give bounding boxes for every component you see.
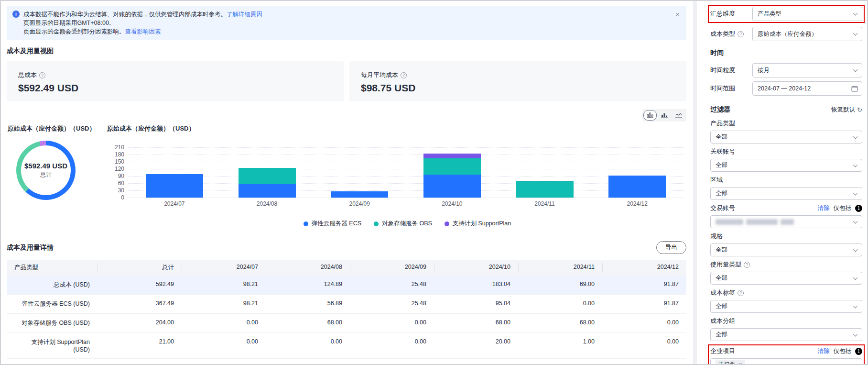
bar-segment[interactable] <box>423 158 481 175</box>
chip-label: 未归集 <box>718 361 736 364</box>
bar-group <box>128 147 221 198</box>
line-chart-icon[interactable] <box>672 110 685 121</box>
bar-stack[interactable] <box>608 176 666 198</box>
bar-segment[interactable] <box>608 176 666 198</box>
info-banner: i 成本数据不能作为和华为云结算、对账的依据，仅供您管理内部成本时参考。了解详细… <box>7 6 686 40</box>
reset-defaults-button[interactable]: 恢复默认 ↻ <box>831 106 862 114</box>
summary-dimension-label: 汇总维度 <box>710 10 752 18</box>
include-only-label[interactable]: 仅包括 <box>834 204 852 212</box>
bar-chart-x-axis: 2024/072024/082024/092024/102024/112024/… <box>128 200 684 207</box>
filter-value: 全部 <box>716 189 727 198</box>
filter-value: 全部 <box>716 133 727 141</box>
help-icon[interactable]: ? <box>744 262 750 268</box>
bar-segment[interactable] <box>239 184 296 198</box>
banner-line-2: 页面显示的日期采用GMT+08:00。 <box>23 19 262 27</box>
table-cell: 0.00 <box>518 295 602 314</box>
reset-icon: ↻ <box>857 106 862 113</box>
table-header-cell: 产品类型 <box>7 260 98 276</box>
close-icon[interactable]: × <box>675 11 680 18</box>
clear-link[interactable]: 清除 <box>818 347 830 355</box>
bar-stack[interactable] <box>146 174 203 198</box>
x-axis-label: 2024/09 <box>313 200 406 207</box>
filter-block-5: 使用量类型?全部 <box>710 260 862 285</box>
filter-label: 交易账号 <box>710 204 735 212</box>
count-badge[interactable]: 1 <box>855 205 862 212</box>
chevron-down-icon <box>853 31 858 36</box>
summary-dimension-select[interactable]: 产品类型 <box>752 7 862 21</box>
filter-select[interactable]: 全部 <box>710 243 862 256</box>
y-axis-tick: 150 <box>115 158 124 165</box>
table-cell: 1.00 <box>518 333 602 359</box>
include-only-label[interactable]: 仅包括 <box>834 347 852 355</box>
redacted-account-value <box>716 219 743 225</box>
donut-chart[interactable]: $592.49 USD 总计 <box>16 141 76 200</box>
view-factors-link[interactable]: 查看影响因素 <box>125 28 161 35</box>
bar-stack[interactable] <box>516 181 574 198</box>
help-icon[interactable]: ? <box>738 290 744 296</box>
table-cell: 95.04 <box>434 295 518 314</box>
filter-select[interactable]: 全部 <box>710 159 862 172</box>
table-cell: 56.89 <box>266 295 350 314</box>
table-header-cell: 2024/10 <box>434 260 518 276</box>
banner-text-1: 成本数据不能作为和华为云结算、对账的依据，仅供您管理内部成本时参考。 <box>23 11 227 18</box>
bar-chart-icon[interactable] <box>658 110 671 121</box>
bar-segment[interactable] <box>516 181 574 198</box>
time-granularity-select[interactable]: 按月 <box>752 63 862 77</box>
table-row-label: 弹性云服务器 ECS (USD) <box>7 295 98 314</box>
legend-label: 对象存储服务 OBS <box>382 220 432 228</box>
clear-link[interactable]: 清除 <box>818 204 830 212</box>
chevron-down-icon <box>853 362 858 364</box>
legend-item[interactable]: 对象存储服务 OBS <box>374 220 432 228</box>
bar-group <box>591 147 684 198</box>
export-button[interactable]: 导出 <box>656 241 686 254</box>
stacked-bar-chart-icon[interactable] <box>643 110 657 121</box>
legend-item[interactable]: 支持计划 SupportPlan <box>445 220 511 228</box>
x-axis-label: 2024/11 <box>499 200 591 207</box>
filter-select[interactable]: 全部 <box>710 328 862 341</box>
help-icon[interactable]: ? <box>401 72 407 78</box>
learn-reason-link[interactable]: 了解详细原因 <box>227 11 262 18</box>
enterprise-project-highlight: 企业项目清除仅包括1未归集✕ <box>708 344 865 364</box>
bar-segment[interactable] <box>423 154 481 158</box>
filter-block-0: 产品类型全部 <box>710 119 862 144</box>
bar-segment[interactable] <box>239 168 296 184</box>
info-icon: i <box>12 11 20 18</box>
banner-line-3: 页面显示的金额会受到部分因素影响。查看影响因素 <box>23 27 262 36</box>
filter-select[interactable]: 全部 <box>710 187 862 200</box>
legend-label: 支持计划 SupportPlan <box>453 220 511 228</box>
help-icon[interactable]: ? <box>738 31 744 37</box>
filter-select[interactable] <box>710 215 862 228</box>
filters-section-title: 过滤器 <box>710 105 730 114</box>
bar-stack[interactable] <box>239 168 296 198</box>
bar-stack[interactable] <box>423 154 481 198</box>
table-cell: 204.00 <box>98 314 182 333</box>
count-badge[interactable]: 1 <box>855 348 862 355</box>
table-header-cell: 2024/07 <box>182 260 266 276</box>
filter-block-2: 区域全部 <box>710 175 862 200</box>
bar-segment[interactable] <box>146 174 203 198</box>
main-panel: i 成本数据不能作为和华为云结算、对账的依据，仅供您管理内部成本时参考。了解详细… <box>1 1 693 364</box>
filter-select[interactable]: 全部 <box>710 131 862 144</box>
bar-segment[interactable] <box>331 191 388 198</box>
chevron-down-icon <box>853 190 858 195</box>
filter-select[interactable]: 全部 <box>710 300 862 313</box>
time-range-input[interactable]: 2024-07 — 2024-12 <box>752 81 862 96</box>
filter-select[interactable]: 未归集✕ <box>710 358 862 364</box>
chip-remove-icon[interactable]: ✕ <box>738 362 742 364</box>
table-cell: 0.00 <box>182 333 266 359</box>
filter-block-7: 成本分组全部 <box>710 316 862 341</box>
cost-type-select[interactable]: 原始成本（应付金额） <box>752 27 862 41</box>
legend-item[interactable]: 弹性云服务器 ECS <box>304 220 361 228</box>
bar-segment[interactable] <box>423 175 481 198</box>
bar-group <box>499 147 591 198</box>
summary-dimension-value: 产品类型 <box>758 10 781 18</box>
filters-list: 产品类型全部关联账号全部区域全部交易账号清除仅包括1规格全部使用量类型?全部成本… <box>710 119 862 364</box>
chevron-down-icon <box>853 247 858 252</box>
time-range-value: 2024-07 — 2024-12 <box>758 85 811 92</box>
bar-stack[interactable] <box>331 191 388 198</box>
table-cell: 0.00 <box>182 314 266 333</box>
donut-total-value: $592.49 USD <box>24 162 67 170</box>
filter-label: 企业项目 <box>710 347 735 355</box>
help-icon[interactable]: ? <box>39 72 45 78</box>
filter-select[interactable]: 全部 <box>710 272 862 285</box>
